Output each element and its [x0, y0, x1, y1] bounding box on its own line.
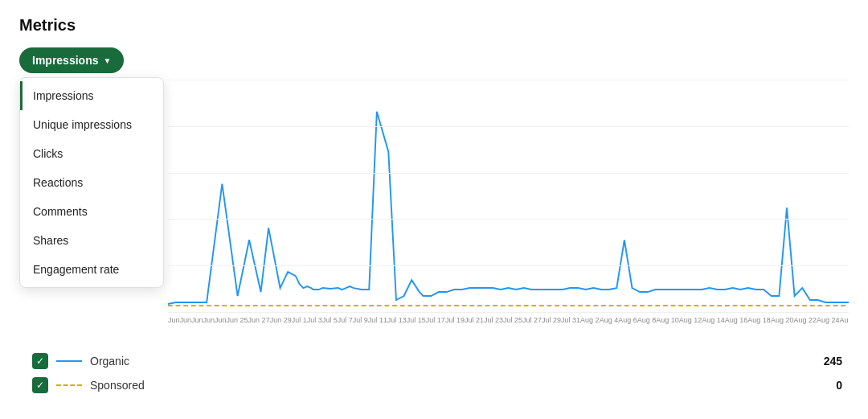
chart-grid-lines: [168, 80, 849, 312]
x-label: Jul 25: [503, 316, 522, 324]
x-label: Jul 13: [387, 316, 407, 324]
dropdown-item-clicks[interactable]: Clicks: [20, 139, 163, 168]
x-label: Jun 27: [248, 316, 270, 324]
x-label: Aug 10: [656, 316, 679, 324]
sponsored-value: 0: [836, 379, 842, 392]
chevron-down-icon: ▼: [103, 56, 111, 65]
dropdown-item-comments[interactable]: Comments: [20, 197, 163, 226]
page-title: Metrics: [19, 16, 849, 35]
x-label: Aug 18: [747, 316, 771, 324]
dropdown-item-unique-impressions[interactable]: Unique impressions: [20, 110, 163, 139]
x-label: Jun 25: [227, 316, 248, 324]
x-label: Jun: [215, 316, 227, 324]
x-label: Aug 20: [771, 316, 794, 324]
x-label: Jun: [191, 316, 203, 324]
x-label: Jun: [203, 316, 215, 324]
check-icon: ✓: [36, 380, 44, 391]
x-label: Jul 5: [322, 316, 338, 324]
organic-value: 245: [824, 355, 842, 368]
x-label: Jul 27: [522, 316, 542, 324]
dropdown-item-reactions[interactable]: Reactions: [20, 168, 163, 197]
x-axis: Jun Jun Jun Jun Jun Jun 25 Jun 27 Jun 29…: [168, 313, 849, 324]
x-label: Jul 1: [292, 316, 307, 324]
x-label: Jul 19: [445, 316, 465, 324]
legend-area: ✓ Organic 245 ✓ Sponsored 0: [19, 353, 849, 393]
x-label: Jul 21: [465, 316, 484, 324]
x-label: Aug 8: [637, 316, 657, 324]
dropdown-item-shares[interactable]: Shares: [20, 226, 163, 255]
x-label: Aug 14: [702, 316, 725, 324]
x-label: Jun: [168, 316, 180, 324]
dropdown-menu: Impressions Unique impressions Clicks Re…: [19, 77, 164, 288]
x-label: Jul 31: [561, 316, 580, 324]
x-label: Jul 15: [407, 316, 426, 324]
x-label: Aug 2: [580, 316, 600, 324]
x-label: Jun 29: [270, 316, 292, 324]
dropdown-item-engagement-rate[interactable]: Engagement rate: [20, 255, 163, 284]
x-label: Aug 12: [679, 316, 702, 324]
organic-checkbox[interactable]: ✓: [32, 353, 48, 369]
x-label: Jul 11: [368, 316, 387, 324]
organic-line-icon: [56, 360, 82, 362]
x-label: Jul 9: [353, 316, 368, 324]
sponsored-checkbox[interactable]: ✓: [32, 377, 48, 393]
x-label: Aug 16: [725, 316, 748, 324]
metrics-dropdown-button[interactable]: Impressions ▼: [19, 47, 124, 73]
sponsored-label: Sponsored: [90, 379, 828, 392]
dropdown-item-impressions[interactable]: Impressions: [20, 81, 163, 110]
check-icon: ✓: [36, 355, 44, 367]
x-label: Jul 29: [542, 316, 561, 324]
sponsored-line-icon: [56, 384, 82, 386]
x-label: Jul 3: [307, 316, 322, 324]
x-label: Jul 7: [338, 316, 353, 324]
legend-sponsored[interactable]: ✓ Sponsored 0: [32, 377, 849, 393]
x-label: Jul 23: [484, 316, 503, 324]
x-label: Jun: [180, 316, 192, 324]
legend-organic[interactable]: ✓ Organic 245: [32, 353, 849, 369]
x-label: Jul 17: [426, 316, 445, 324]
x-label: Aug 24: [817, 316, 840, 324]
x-label: Aug 4: [600, 316, 619, 324]
organic-label: Organic: [90, 355, 816, 368]
x-label: Aug 22: [793, 316, 817, 324]
x-label: Aug 26: [839, 316, 849, 324]
chart-container: [168, 80, 849, 313]
metrics-button-label: Impressions: [32, 54, 98, 67]
x-label: Aug 6: [618, 316, 637, 324]
